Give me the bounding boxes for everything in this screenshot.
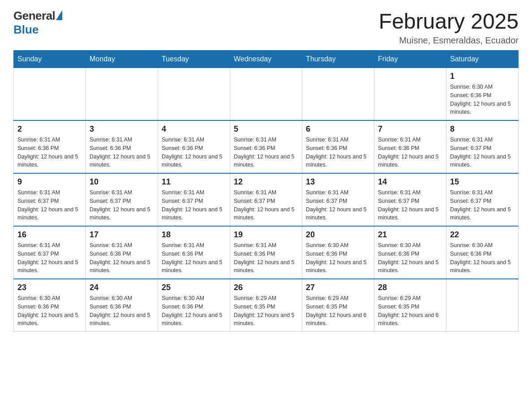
day-number: 27 [306, 283, 370, 292]
calendar-cell: 12Sunrise: 6:31 AM Sunset: 6:37 PM Dayli… [230, 173, 302, 226]
day-info: Sunrise: 6:31 AM Sunset: 6:36 PM Dayligh… [162, 241, 226, 275]
calendar-header-row: SundayMondayTuesdayWednesdayThursdayFrid… [14, 51, 519, 68]
calendar-week-row: 1Sunrise: 6:30 AM Sunset: 6:36 PM Daylig… [14, 68, 519, 121]
logo: General Blue [13, 9, 62, 37]
calendar-cell: 20Sunrise: 6:30 AM Sunset: 6:36 PM Dayli… [302, 226, 374, 279]
day-info: Sunrise: 6:31 AM Sunset: 6:36 PM Dayligh… [162, 136, 226, 169]
calendar-cell [374, 68, 446, 121]
day-number: 12 [234, 177, 298, 187]
day-info: Sunrise: 6:29 AM Sunset: 6:35 PM Dayligh… [234, 294, 298, 328]
column-header-friday: Friday [374, 51, 446, 68]
calendar-cell: 8Sunrise: 6:31 AM Sunset: 6:37 PM Daylig… [446, 120, 519, 173]
day-number: 15 [450, 177, 515, 187]
column-header-wednesday: Wednesday [230, 51, 302, 68]
calendar-cell [230, 68, 302, 121]
calendar-cell: 14Sunrise: 6:31 AM Sunset: 6:37 PM Dayli… [374, 173, 446, 226]
day-number: 22 [450, 230, 515, 240]
location-subtitle: Muisne, Esmeraldas, Ecuador [379, 35, 519, 46]
calendar-cell [302, 68, 374, 121]
day-number: 2 [17, 124, 82, 134]
calendar-cell [158, 68, 230, 121]
day-number: 24 [90, 283, 154, 292]
calendar-cell: 28Sunrise: 6:29 AM Sunset: 6:35 PM Dayli… [374, 279, 446, 332]
calendar-cell [86, 68, 158, 121]
day-number: 8 [450, 124, 515, 134]
logo-blue-text: Blue [13, 23, 39, 37]
day-info: Sunrise: 6:30 AM Sunset: 6:36 PM Dayligh… [17, 294, 82, 328]
calendar-week-row: 23Sunrise: 6:30 AM Sunset: 6:36 PM Dayli… [14, 279, 519, 332]
calendar-cell: 17Sunrise: 6:31 AM Sunset: 6:36 PM Dayli… [86, 226, 158, 279]
day-number: 5 [234, 124, 298, 134]
calendar-cell: 25Sunrise: 6:30 AM Sunset: 6:36 PM Dayli… [158, 279, 230, 332]
day-info: Sunrise: 6:31 AM Sunset: 6:36 PM Dayligh… [234, 241, 298, 275]
calendar-cell: 13Sunrise: 6:31 AM Sunset: 6:37 PM Dayli… [302, 173, 374, 226]
column-header-saturday: Saturday [446, 51, 519, 68]
day-info: Sunrise: 6:30 AM Sunset: 6:36 PM Dayligh… [450, 83, 515, 116]
calendar-cell: 21Sunrise: 6:30 AM Sunset: 6:36 PM Dayli… [374, 226, 446, 279]
day-info: Sunrise: 6:31 AM Sunset: 6:37 PM Dayligh… [306, 188, 370, 222]
day-number: 26 [234, 283, 298, 292]
day-number: 25 [162, 283, 226, 292]
day-info: Sunrise: 6:31 AM Sunset: 6:37 PM Dayligh… [162, 188, 226, 222]
day-number: 3 [90, 124, 154, 134]
calendar-cell: 1Sunrise: 6:30 AM Sunset: 6:36 PM Daylig… [446, 68, 519, 121]
calendar-cell: 15Sunrise: 6:31 AM Sunset: 6:37 PM Dayli… [446, 173, 519, 226]
day-number: 20 [306, 230, 370, 240]
day-info: Sunrise: 6:29 AM Sunset: 6:35 PM Dayligh… [306, 294, 370, 328]
title-section: February 2025 Muisne, Esmeraldas, Ecuado… [379, 9, 519, 46]
calendar-cell: 24Sunrise: 6:30 AM Sunset: 6:36 PM Dayli… [86, 279, 158, 332]
calendar-week-row: 16Sunrise: 6:31 AM Sunset: 6:37 PM Dayli… [14, 226, 519, 279]
column-header-thursday: Thursday [302, 51, 374, 68]
calendar-cell: 23Sunrise: 6:30 AM Sunset: 6:36 PM Dayli… [14, 279, 86, 332]
calendar-cell: 19Sunrise: 6:31 AM Sunset: 6:36 PM Dayli… [230, 226, 302, 279]
day-number: 14 [378, 177, 442, 187]
day-info: Sunrise: 6:31 AM Sunset: 6:36 PM Dayligh… [90, 241, 154, 275]
day-info: Sunrise: 6:30 AM Sunset: 6:36 PM Dayligh… [450, 241, 515, 275]
calendar-cell: 9Sunrise: 6:31 AM Sunset: 6:37 PM Daylig… [14, 173, 86, 226]
day-info: Sunrise: 6:30 AM Sunset: 6:36 PM Dayligh… [162, 294, 226, 328]
day-number: 11 [162, 177, 226, 187]
day-info: Sunrise: 6:30 AM Sunset: 6:36 PM Dayligh… [90, 294, 154, 328]
day-number: 16 [17, 230, 82, 240]
calendar-cell [14, 68, 86, 121]
calendar-cell: 16Sunrise: 6:31 AM Sunset: 6:37 PM Dayli… [14, 226, 86, 279]
day-number: 1 [450, 72, 515, 81]
calendar-cell: 26Sunrise: 6:29 AM Sunset: 6:35 PM Dayli… [230, 279, 302, 332]
column-header-tuesday: Tuesday [158, 51, 230, 68]
day-info: Sunrise: 6:31 AM Sunset: 6:37 PM Dayligh… [17, 188, 82, 222]
day-info: Sunrise: 6:30 AM Sunset: 6:36 PM Dayligh… [378, 241, 442, 275]
day-info: Sunrise: 6:31 AM Sunset: 6:37 PM Dayligh… [450, 188, 515, 222]
day-number: 10 [90, 177, 154, 187]
day-number: 23 [17, 283, 82, 292]
day-info: Sunrise: 6:31 AM Sunset: 6:36 PM Dayligh… [306, 136, 370, 169]
day-number: 28 [378, 283, 442, 292]
day-info: Sunrise: 6:31 AM Sunset: 6:36 PM Dayligh… [378, 136, 442, 169]
calendar-week-row: 9Sunrise: 6:31 AM Sunset: 6:37 PM Daylig… [14, 173, 519, 226]
day-info: Sunrise: 6:31 AM Sunset: 6:37 PM Dayligh… [450, 136, 515, 169]
day-info: Sunrise: 6:31 AM Sunset: 6:37 PM Dayligh… [90, 188, 154, 222]
logo-triangle-icon [56, 10, 62, 20]
day-info: Sunrise: 6:31 AM Sunset: 6:37 PM Dayligh… [17, 241, 82, 275]
day-info: Sunrise: 6:31 AM Sunset: 6:36 PM Dayligh… [90, 136, 154, 169]
day-info: Sunrise: 6:30 AM Sunset: 6:36 PM Dayligh… [306, 241, 370, 275]
calendar-cell: 3Sunrise: 6:31 AM Sunset: 6:36 PM Daylig… [86, 120, 158, 173]
calendar-cell: 11Sunrise: 6:31 AM Sunset: 6:37 PM Dayli… [158, 173, 230, 226]
calendar-table: SundayMondayTuesdayWednesdayThursdayFrid… [13, 50, 519, 332]
calendar-cell [446, 279, 519, 332]
day-number: 6 [306, 124, 370, 134]
day-info: Sunrise: 6:29 AM Sunset: 6:35 PM Dayligh… [378, 294, 442, 328]
logo-general-text: General [13, 9, 55, 23]
calendar-cell: 10Sunrise: 6:31 AM Sunset: 6:37 PM Dayli… [86, 173, 158, 226]
calendar-cell: 18Sunrise: 6:31 AM Sunset: 6:36 PM Dayli… [158, 226, 230, 279]
calendar-cell: 6Sunrise: 6:31 AM Sunset: 6:36 PM Daylig… [302, 120, 374, 173]
column-header-monday: Monday [86, 51, 158, 68]
day-number: 4 [162, 124, 226, 134]
day-number: 7 [378, 124, 442, 134]
day-number: 13 [306, 177, 370, 187]
calendar-cell: 22Sunrise: 6:30 AM Sunset: 6:36 PM Dayli… [446, 226, 519, 279]
day-number: 18 [162, 230, 226, 240]
month-title: February 2025 [379, 9, 519, 34]
day-number: 19 [234, 230, 298, 240]
page-header: General Blue February 2025 Muisne, Esmer… [13, 9, 519, 46]
calendar-cell: 2Sunrise: 6:31 AM Sunset: 6:36 PM Daylig… [14, 120, 86, 173]
